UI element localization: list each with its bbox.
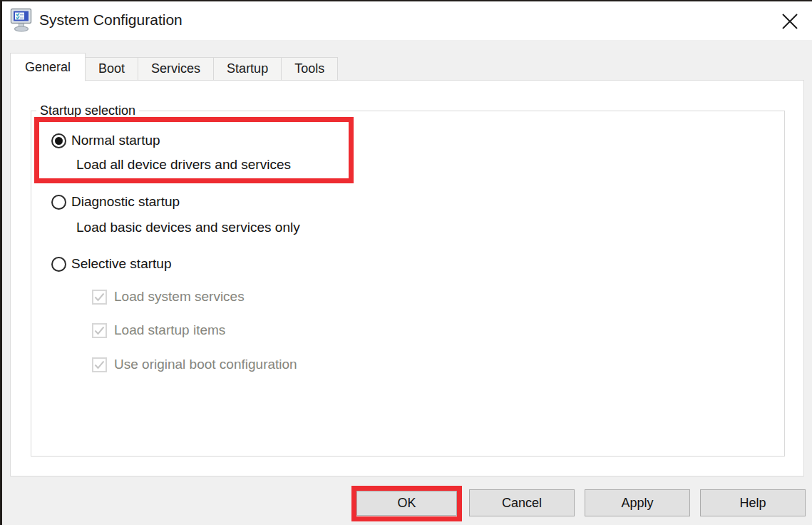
- tab-strip: General Boot Services Startup Tools: [10, 52, 338, 81]
- use-original-boot-configuration-row: Use original boot configuration: [92, 357, 297, 372]
- load-system-services-row: Load system services: [92, 289, 245, 305]
- checkmark-icon: [94, 360, 105, 369]
- use-original-boot-configuration-checkbox: [92, 357, 107, 372]
- title-bar: System Configuration: [2, 1, 812, 40]
- tab-startup[interactable]: Startup: [214, 57, 282, 81]
- general-tab-panel: Startup selection Normal startup Load al…: [10, 80, 804, 476]
- tab-services[interactable]: Services: [138, 57, 214, 81]
- load-startup-items-checkbox: [92, 323, 107, 338]
- cancel-button[interactable]: Cancel: [469, 489, 575, 516]
- diagnostic-startup-option: Diagnostic startup: [51, 194, 180, 210]
- selective-startup-option: Selective startup: [51, 256, 171, 272]
- checkmark-icon: [94, 292, 105, 302]
- normal-startup-label: Normal startup: [71, 133, 160, 148]
- diagnostic-startup-radio[interactable]: [51, 195, 66, 210]
- close-icon: [781, 12, 799, 31]
- normal-startup-description: Load all device drivers and services: [76, 157, 291, 173]
- msconfig-monitor-icon: [10, 8, 33, 32]
- normal-startup-option: Normal startup: [51, 133, 160, 148]
- diagnostic-startup-description: Load basic devices and services only: [76, 220, 300, 235]
- checkmark-icon: [94, 326, 105, 335]
- startup-selection-groupbox: Startup selection Normal startup Load al…: [31, 111, 785, 457]
- ok-button[interactable]: OK: [356, 491, 457, 516]
- load-startup-items-label: Load startup items: [114, 322, 225, 338]
- system-configuration-window: { "window": { "title": "System Configura…: [0, 0, 812, 525]
- window-title: System Configuration: [39, 1, 183, 40]
- use-original-boot-configuration-label: Use original boot configuration: [114, 357, 297, 372]
- close-button[interactable]: [778, 9, 802, 34]
- load-system-services-checkbox: [92, 290, 107, 305]
- apply-button[interactable]: Apply: [585, 489, 690, 516]
- tab-general[interactable]: General: [10, 53, 86, 81]
- diagnostic-startup-label: Diagnostic startup: [71, 194, 180, 210]
- tab-boot[interactable]: Boot: [86, 57, 138, 81]
- load-startup-items-row: Load startup items: [92, 322, 225, 338]
- normal-startup-radio[interactable]: [51, 133, 66, 148]
- help-button[interactable]: Help: [700, 489, 806, 516]
- selective-startup-label: Selective startup: [71, 256, 171, 272]
- load-system-services-label: Load system services: [114, 289, 245, 305]
- selective-startup-radio[interactable]: [51, 257, 66, 272]
- groupbox-label: Startup selection: [36, 103, 139, 118]
- tab-tools[interactable]: Tools: [282, 57, 338, 81]
